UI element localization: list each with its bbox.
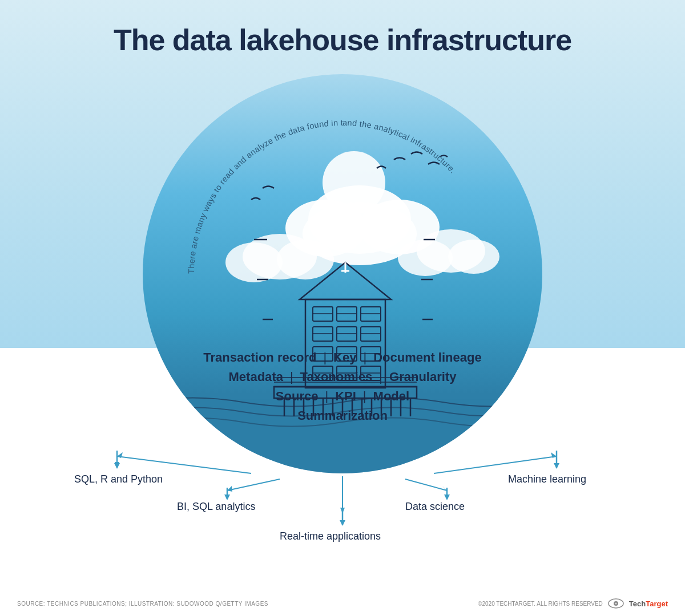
label-sql: SQL, R and Python <box>74 473 163 485</box>
item-source: Source <box>276 389 319 404</box>
page-title: The data lakehouse infrastructure <box>0 23 685 57</box>
label-datascience: Data science <box>405 501 465 513</box>
item-transaction: Transaction record <box>203 350 316 365</box>
label-bi: BI, SQL analytics <box>177 501 255 513</box>
techtarget-logo: TechTarget <box>629 599 668 608</box>
footer-source: SOURCE: TECHNICS PUBLICATIONS; ILLUSTRAT… <box>17 601 268 607</box>
item-document: Document lineage <box>373 350 481 365</box>
item-granularity: Granularity <box>389 370 456 384</box>
item-taxonomies: Taxonomies <box>300 370 373 384</box>
circle-row-2: Metadata | Taxonomies | Granularity <box>143 370 542 384</box>
item-metadata: Metadata <box>229 370 283 384</box>
circle-row-1: Transaction record | Key | Document line… <box>143 350 542 365</box>
eye-icon <box>607 598 624 609</box>
main-circle: There are many ways to read and analyze … <box>143 74 542 473</box>
circle-items: Transaction record | Key | Document line… <box>143 346 542 428</box>
item-kpi: KPI <box>335 389 356 404</box>
item-key: Key <box>333 350 356 365</box>
item-model: Model <box>373 389 410 404</box>
label-ml: Machine learning <box>508 473 586 485</box>
circle-row-3: Source | KPI | Model <box>143 389 542 404</box>
page-container: The data lakehouse infrastructure <box>0 0 685 616</box>
footer-right: ©2020 TECHTARGET. ALL RIGHTS RESERVED Te… <box>478 598 668 609</box>
svg-text:There are many ways to read an: There are many ways to read and analyze … <box>143 74 343 274</box>
svg-text:and the analytical infrastruct: and the analytical infrastructure. <box>342 118 458 175</box>
footer-copyright: ©2020 TECHTARGET. ALL RIGHTS RESERVED <box>478 601 603 607</box>
label-realtime: Real-time applications <box>280 530 381 542</box>
item-summarization: Summarization <box>297 408 388 423</box>
footer: SOURCE: TECHNICS PUBLICATIONS; ILLUSTRAT… <box>0 598 685 609</box>
circle-row-4: Summarization <box>143 408 542 423</box>
svg-point-90 <box>615 603 616 605</box>
